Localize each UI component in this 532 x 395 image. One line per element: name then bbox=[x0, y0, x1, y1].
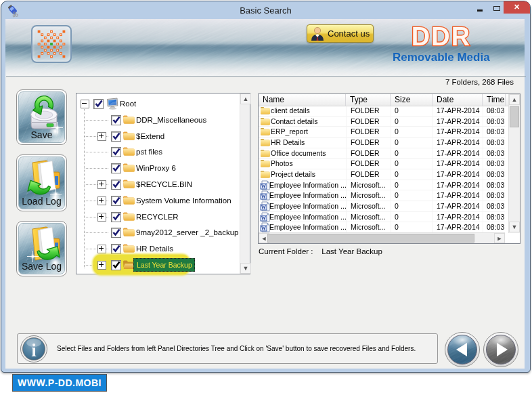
svg-text:W: W bbox=[261, 226, 267, 232]
svg-text:i: i bbox=[31, 340, 37, 360]
svg-text:W: W bbox=[261, 184, 267, 190]
svg-text:W: W bbox=[261, 194, 267, 200]
svg-text:DDR: DDR bbox=[412, 22, 471, 51]
svg-text:W: W bbox=[261, 215, 267, 222]
svg-text:W: W bbox=[261, 205, 267, 211]
